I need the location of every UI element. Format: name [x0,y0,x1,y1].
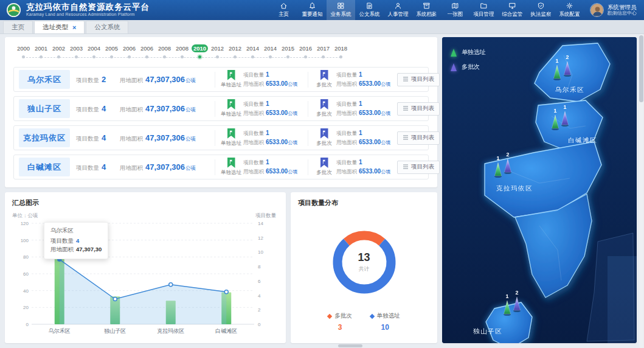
donut-legend-item[interactable]: 单独选址10 [370,312,400,332]
nav-item-bell[interactable]: 重要通知 [298,0,327,20]
year-2015[interactable]: 2015 [279,44,297,52]
year-dot-2000[interactable] [15,54,32,63]
year-dot-2010[interactable] [191,54,209,63]
project-list-button[interactable]: 项目列表 [397,73,440,86]
project-list-button[interactable]: 项目列表 [397,102,440,116]
district-rows: 乌尔禾区项目数量2用地面积47,307,306公顷单独选址项目数量1用地面积65… [5,67,437,179]
nav-item-apps[interactable]: 业务系统 [327,0,355,20]
year-dot-2006[interactable] [138,54,156,63]
tab-2[interactable]: 公文系统 [86,21,128,33]
user-block[interactable]: 系统管理员 勘测信息中心 [590,3,637,17]
year-2008[interactable]: 2008 [156,44,173,52]
tab-1[interactable]: 选址类型× [34,21,85,33]
person-icon [394,2,402,10]
single-site-group: 单独选址 [219,128,243,147]
year-dot-2004[interactable] [85,54,103,63]
year-dot-2012[interactable] [226,54,244,63]
district-row-3: 白碱滩区项目数量4用地面积47,307,306公顷单独选址项目数量1用地面积65… [13,155,429,179]
donut-legend-item[interactable]: 多批次3 [328,312,352,332]
year-dot-2016[interactable] [297,54,314,63]
year-2008[interactable]: 2008 [173,44,191,52]
svg-text:14: 14 [258,221,263,226]
line-point-独山子区[interactable] [113,298,117,301]
district-row-0: 乌尔禾区项目数量2用地面积47,307,306公顷单独选址项目数量1用地面积65… [13,67,429,92]
project-list-button[interactable]: 项目列表 [397,131,440,145]
multi-batch-bookmark-icon [320,70,328,80]
year-2014[interactable]: 2014 [244,44,261,52]
line-point-白碱滩区[interactable] [224,290,228,294]
svg-text:1: 1 [553,108,556,114]
district-name: 乌尔禾区 [19,70,70,89]
year-2003[interactable]: 2003 [68,44,85,52]
district-name: 独山子区 [19,99,70,118]
svg-text:项目数量: 项目数量 [255,212,277,218]
district-project-count: 项目数量2 [76,75,120,85]
nav-item-folder[interactable]: 项目管理 [469,0,498,20]
app-header: 克拉玛依市自然资源政务云平台 Karamay Land and Resource… [0,0,644,20]
nav-item-doc[interactable]: 公文系统 [355,0,384,20]
chart-tooltip: 乌尔禾区 项目数量4 用地面积47,307,30 [44,222,108,259]
year-2012[interactable]: 2012 [209,44,226,52]
project-distribution-card: 项目数量分布 13 共计 多批次3单独选址10 [291,192,437,343]
district-name: 克拉玛依区 [19,128,70,147]
year-dot-2001[interactable] [32,54,50,63]
year-dot-2014[interactable] [261,54,279,63]
year-dot-2002[interactable] [50,54,68,63]
year-dot-2003[interactable] [68,54,85,63]
year-2016[interactable]: 2016 [297,44,314,52]
vertical-scrollbar-thumb[interactable] [639,35,643,102]
year-dot-2008[interactable] [173,54,191,63]
year-dot-2012[interactable] [209,54,226,63]
year-2004[interactable]: 2004 [85,44,103,52]
year-timeline-dots [5,54,437,63]
year-2010[interactable]: 2010 [191,44,209,52]
svg-text:1: 1 [563,104,566,110]
year-2006[interactable]: 2006 [138,44,156,52]
year-2000[interactable]: 2000 [15,44,32,52]
single-site-group: 单独选址 [219,158,243,176]
nav-item-home[interactable]: 主页 [269,0,298,20]
user-department: 勘测信息中心 [608,10,637,16]
year-dot-2017[interactable] [314,54,332,63]
vertical-scrollbar[interactable] [639,34,643,348]
karamay-map[interactable]: 12111212 乌尔禾区白碱滩区克拉玛依区独山子区 [442,37,637,343]
divider [215,130,215,146]
year-2002[interactable]: 2002 [50,44,68,52]
single-site-bookmark-icon [227,128,235,139]
nav-item-map[interactable]: 一张图 [441,0,469,20]
user-avatar[interactable] [590,3,604,17]
year-dot-2005[interactable] [103,54,120,63]
nav-item-archive[interactable]: 系统档案 [412,0,441,20]
map-legend: 单独选址多批次 [451,48,486,77]
tab-0[interactable]: 主页 [3,21,33,33]
year-2017[interactable]: 2017 [314,44,332,52]
tab-bar: 主页选址类型×公文系统 [0,20,644,34]
year-2005[interactable]: 2005 [103,44,120,52]
year-2014[interactable]: 2014 [261,44,279,52]
tab-close-icon[interactable]: × [72,24,76,31]
year-2018[interactable]: 2018 [332,44,350,52]
nav-item-monitor[interactable]: 综合监管 [498,0,527,20]
summary-chart: 12010080604020014121086420乌尔禾区独山子区克拉玛依区白… [5,209,286,338]
year-2006[interactable]: 2006 [120,44,138,52]
horizontal-scrollbar-thumb[interactable] [338,344,362,347]
line-point-克拉玛依区[interactable] [169,283,173,287]
year-2001[interactable]: 2001 [32,44,50,52]
donut-total-value: 13 [358,251,370,264]
multi-batch-group: 多批次 [312,158,336,176]
single-site-bookmark-icon [227,99,235,110]
year-2012[interactable]: 2012 [226,44,244,52]
year-dot-2015[interactable] [279,54,297,63]
multi-batch-group: 多批次 [312,70,336,89]
nav-item-gear[interactable]: 系统配置 [555,0,584,20]
nav-item-shield[interactable]: 执法监察 [527,0,555,20]
year-dot-2014[interactable] [244,54,261,63]
year-dot-2008[interactable] [156,54,173,63]
nav-item-person[interactable]: 人事管理 [384,0,412,20]
map-legend-multi: 多批次 [451,63,486,71]
year-dot-2006[interactable] [120,54,138,63]
year-dot-2018[interactable] [332,54,350,63]
district-land-area: 用地面积47,307,306公顷 [120,75,211,85]
donut-legend: 多批次3单独选址10 [291,312,437,332]
project-list-button[interactable]: 项目列表 [397,161,440,174]
